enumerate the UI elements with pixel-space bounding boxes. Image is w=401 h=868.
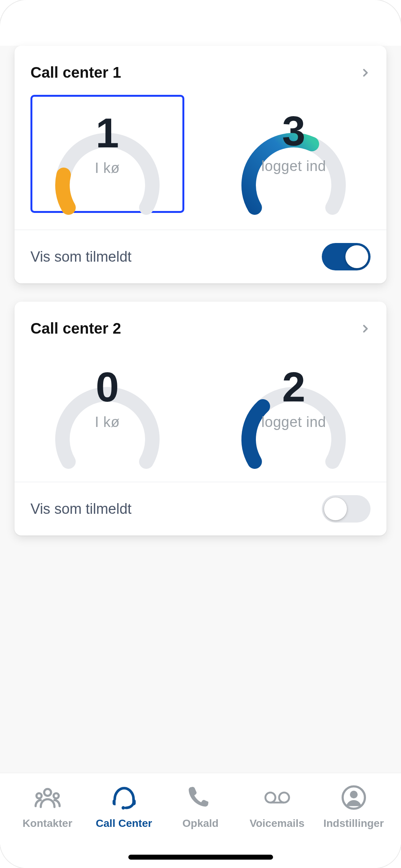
- callcenter-card-1: Call center 1 1 I kø 3 log: [14, 46, 387, 283]
- callcenter-card-1-title: Call center 1: [30, 64, 121, 81]
- toggle-row-2: Vis som tilmeldt: [14, 482, 387, 536]
- tab-bar: Kontakter Call Center Opkald: [0, 773, 401, 868]
- main-content: Call center 1 1 I kø 3 log: [0, 46, 401, 773]
- callcenter-card-2-title: Call center 2: [30, 320, 121, 337]
- svg-point-8: [350, 791, 357, 798]
- gauge-queue-1-chart: [45, 103, 170, 206]
- tab-opkald[interactable]: Opkald: [162, 784, 239, 830]
- callcenter-card-2: Call center 2 0 I kø 2 log: [14, 302, 387, 536]
- svg-point-2: [53, 793, 59, 799]
- svg-point-0: [44, 789, 51, 796]
- people-icon: [34, 784, 61, 811]
- callcenter-card-1-header[interactable]: Call center 1: [14, 46, 387, 81]
- gauge-loggedin-1-chart: [231, 103, 356, 206]
- tab-opkald-label: Opkald: [182, 817, 219, 830]
- phone-icon: [187, 784, 214, 811]
- callcenter-card-1-gauges: 1 I kø 3 logget ind: [14, 81, 387, 230]
- headset-icon: [110, 784, 138, 811]
- tab-call-center-label: Call Center: [96, 817, 152, 830]
- gauge-loggedin-1[interactable]: 3 logget ind: [217, 95, 371, 213]
- gauge-loggedin-2-chart: [231, 357, 356, 460]
- svg-point-3: [121, 806, 125, 810]
- callcenter-card-2-gauges: 0 I kø 2 logget ind: [14, 337, 387, 482]
- tab-voicemails[interactable]: Voicemails: [239, 784, 315, 830]
- chevron-right-icon[interactable]: [360, 67, 371, 78]
- tab-indstillinger-label: Indstillinger: [323, 817, 384, 830]
- gauge-queue-2[interactable]: 0 I kø: [30, 351, 184, 465]
- tab-voicemails-label: Voicemails: [249, 817, 304, 830]
- callcenter-card-2-header[interactable]: Call center 2: [14, 302, 387, 337]
- toggle-row-1: Vis som tilmeldt: [14, 230, 387, 283]
- tab-kontakter[interactable]: Kontakter: [9, 784, 86, 830]
- toggle-label-2: Vis som tilmeldt: [30, 501, 131, 517]
- device-frame: Call center 1 1 I kø 3 log: [0, 0, 401, 868]
- user-circle-icon: [340, 784, 367, 811]
- svg-point-4: [265, 793, 275, 802]
- toggle-label-1: Vis som tilmeldt: [30, 249, 131, 265]
- gauge-queue-1[interactable]: 1 I kø: [30, 95, 184, 213]
- home-indicator: [128, 855, 273, 860]
- gauge-queue-2-chart: [45, 357, 170, 460]
- tab-call-center[interactable]: Call Center: [86, 784, 162, 830]
- tab-kontakter-label: Kontakter: [22, 817, 72, 830]
- toggle-switch-2[interactable]: [322, 495, 371, 523]
- gauge-loggedin-2[interactable]: 2 logget ind: [217, 351, 371, 465]
- toggle-switch-1[interactable]: [322, 243, 371, 270]
- svg-point-1: [36, 793, 42, 799]
- tab-indstillinger[interactable]: Indstillinger: [315, 784, 392, 830]
- chevron-right-icon[interactable]: [360, 323, 371, 334]
- svg-point-5: [279, 793, 289, 802]
- voicemail-icon: [264, 784, 291, 811]
